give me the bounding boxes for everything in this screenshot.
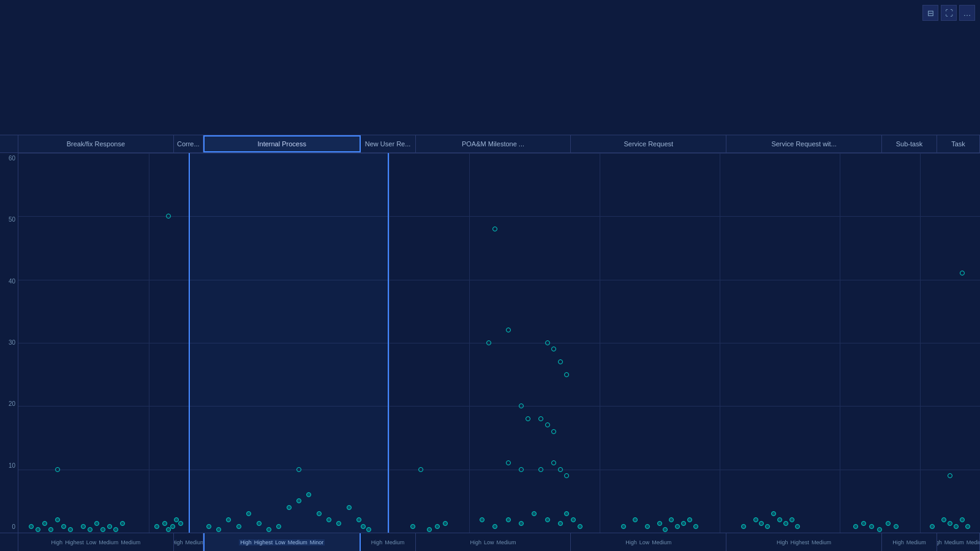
data-dot: [42, 521, 47, 526]
data-dot: [48, 527, 53, 532]
h-grid-line: [18, 470, 980, 470]
v-grid-line: [720, 153, 720, 533]
data-dot: [519, 521, 524, 526]
data-dot: [564, 473, 569, 478]
col-header-new-user[interactable]: New User Re...: [361, 135, 416, 152]
v-grid-line: [389, 153, 390, 533]
data-dot: [558, 467, 563, 472]
x-label-ta-medium2: Medium: [965, 539, 980, 545]
data-dot: [326, 517, 331, 522]
x-label-srw-medium: Medium: [810, 539, 832, 545]
col-header-service-req[interactable]: Service Request: [571, 135, 726, 152]
chart-area: Break/fix Response Corre... Internal Pro…: [0, 135, 980, 551]
data-dot: [681, 521, 686, 526]
toolbar-icons: ⊟ ⛶ …: [922, 5, 975, 21]
data-dot: [306, 492, 311, 497]
x-label-ip-low: Low: [274, 539, 287, 545]
data-dot: [578, 524, 582, 529]
data-dot: [506, 328, 511, 332]
col-header-poam[interactable]: POA&M Milestone ...: [416, 135, 571, 152]
data-dot: [94, 521, 99, 526]
data-dot: [435, 524, 440, 529]
col-header-corre[interactable]: Corre...: [174, 135, 203, 152]
expand-button[interactable]: ⛶: [941, 5, 957, 21]
x-label-srw-high: High: [775, 539, 790, 545]
col-header-task[interactable]: Task: [937, 135, 980, 152]
data-dot: [558, 521, 563, 526]
data-dot: [506, 460, 511, 465]
data-dot: [29, 524, 34, 529]
data-dot: [621, 524, 626, 529]
data-dot: [427, 527, 432, 532]
y-label-20: 20: [0, 401, 18, 407]
x-label-po-medium: Medium: [496, 539, 518, 545]
x-axis-spacer: [0, 533, 18, 551]
top-area: ⊟ ⛶ …: [0, 0, 980, 135]
data-dot: [317, 511, 322, 516]
data-dot: [519, 467, 524, 472]
h-grid-line: [18, 280, 980, 280]
data-dot: [266, 527, 271, 532]
column-headers: Break/fix Response Corre... Internal Pro…: [0, 135, 980, 153]
filter-button[interactable]: ⊟: [922, 5, 938, 21]
selected-col-overlay: [189, 153, 389, 533]
data-dot: [276, 524, 281, 529]
data-dot: [551, 460, 556, 465]
data-dot: [36, 527, 40, 532]
col-header-service-req-wit[interactable]: Service Request wit...: [726, 135, 882, 152]
data-dot: [765, 524, 770, 529]
data-dot: [55, 517, 60, 522]
col-header-internal-process[interactable]: Internal Process: [203, 135, 361, 152]
v-grid-line: [600, 153, 600, 533]
data-dot: [693, 524, 698, 529]
data-dot: [861, 521, 866, 526]
data-dot: [178, 521, 183, 526]
x-axis-service-req: High Low Medium: [571, 533, 726, 551]
data-dot: [55, 467, 60, 472]
data-dot: [687, 517, 692, 522]
col-header-break-fix[interactable]: Break/fix Response: [18, 135, 174, 152]
x-label-po-high: High: [469, 539, 483, 545]
data-dot: [853, 524, 858, 529]
data-dot: [68, 527, 73, 532]
data-dot: [418, 467, 423, 472]
data-dot: [100, 527, 105, 532]
x-axis-task: High Medium Medium: [937, 533, 980, 551]
data-dot: [107, 524, 112, 529]
data-dot: [558, 359, 563, 364]
data-dot: [930, 524, 935, 529]
x-label-bf-medium1: Medium: [97, 539, 119, 545]
data-dot: [790, 517, 794, 522]
x-label-ta-high: High: [937, 539, 943, 545]
data-dot: [545, 340, 550, 345]
x-label-ip-highest: Highest: [253, 539, 274, 545]
data-dot: [162, 521, 167, 526]
data-dot: [948, 521, 952, 526]
data-dot: [361, 524, 366, 529]
more-button[interactable]: …: [959, 5, 975, 21]
x-label-bf-high: High: [50, 539, 64, 545]
x-label-ip-high: High: [239, 539, 253, 545]
data-dot: [356, 517, 361, 522]
x-label-bf-low: Low: [85, 539, 98, 545]
data-dot: [894, 524, 899, 529]
data-dot: [486, 340, 491, 345]
x-label-ta-medium: Medium: [943, 539, 965, 545]
data-dot: [869, 524, 874, 529]
h-grid-line: [18, 406, 980, 407]
data-dot: [336, 521, 341, 526]
plot-area: [18, 153, 980, 533]
x-label-sr-medium: Medium: [650, 539, 673, 545]
col-header-sub-task[interactable]: Sub-task: [882, 135, 937, 152]
data-dot: [61, 524, 66, 529]
data-dot: [669, 517, 674, 522]
x-label-po-low: Low: [483, 539, 496, 545]
data-dot: [226, 517, 231, 522]
data-dot: [960, 271, 965, 276]
data-dot: [480, 517, 484, 522]
data-dot: [941, 517, 946, 522]
data-dot: [538, 467, 543, 472]
y-label-50: 50: [0, 217, 18, 223]
x-label-st-medium: Medium: [905, 539, 927, 545]
data-dot: [246, 511, 251, 516]
